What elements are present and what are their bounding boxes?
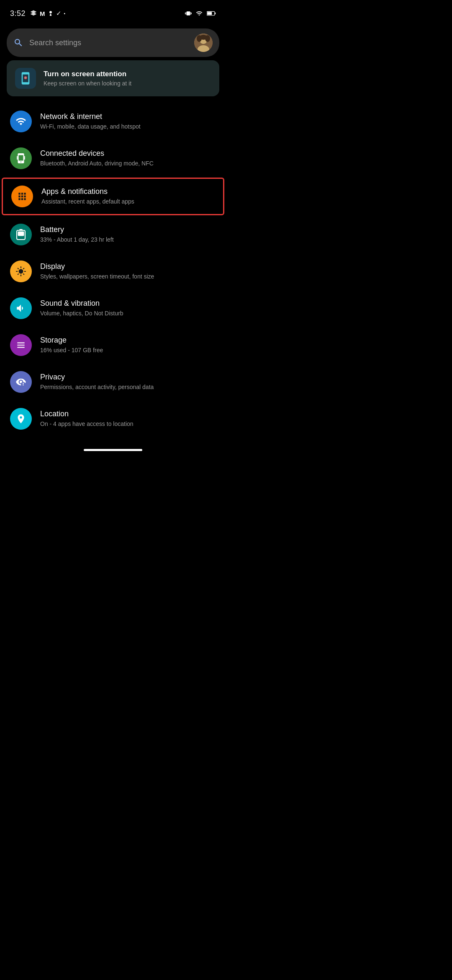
sound-icon-circle <box>10 297 32 319</box>
battery-icon-circle <box>10 224 32 245</box>
apps-notifications-icon-circle <box>11 186 33 207</box>
settings-item-connected-devices[interactable]: Connected devices Bluetooth, Android Aut… <box>0 140 226 177</box>
check-icon: ✓ <box>56 10 62 17</box>
suggestion-text: Turn on screen attention Keep screen on … <box>44 70 131 87</box>
storage-icon-circle <box>10 334 32 356</box>
suggestion-subtitle: Keep screen on when looking at it <box>44 80 131 87</box>
settings-item-network[interactable]: Network & internet Wi-Fi, mobile, data u… <box>0 103 226 140</box>
battery-subtitle: 33% - About 1 day, 23 hr left <box>40 236 216 243</box>
wifi-icon <box>195 10 203 17</box>
battery-title: Battery <box>40 225 216 234</box>
connected-devices-subtitle: Bluetooth, Android Auto, driving mode, N… <box>40 160 216 167</box>
battery-icon <box>207 10 216 16</box>
gmail-icon: M <box>40 10 45 17</box>
svg-rect-11 <box>17 156 18 160</box>
settings-item-display[interactable]: Display Styles, wallpapers, screen timeo… <box>0 253 226 290</box>
network-text: Network & internet Wi-Fi, mobile, data u… <box>40 112 216 130</box>
location-text: Location On - 4 apps have access to loca… <box>40 410 216 428</box>
avatar[interactable] <box>194 34 213 52</box>
svg-rect-15 <box>18 232 24 236</box>
sound-text: Sound & vibration Volume, haptics, Do No… <box>40 299 216 317</box>
svg-rect-2 <box>207 12 212 15</box>
location-subtitle: On - 4 apps have access to location <box>40 420 216 428</box>
display-icon-circle <box>10 260 32 282</box>
display-text: Display Styles, wallpapers, screen timeo… <box>40 262 216 280</box>
storage-title: Storage <box>40 336 216 345</box>
settings-item-sound[interactable]: Sound & vibration Volume, haptics, Do No… <box>0 290 226 327</box>
svg-point-8 <box>200 35 207 40</box>
location-icon-circle <box>10 408 32 430</box>
sound-subtitle: Volume, haptics, Do Not Disturb <box>40 309 216 317</box>
notification-icon-1 <box>48 10 54 17</box>
storage-text: Storage 16% used - 107 GB free <box>40 336 216 354</box>
privacy-title: Privacy <box>40 373 216 382</box>
privacy-text: Privacy Permissions, account activity, p… <box>40 373 216 391</box>
apps-notifications-subtitle: Assistant, recent apps, default apps <box>41 198 215 205</box>
sound-title: Sound & vibration <box>40 299 216 308</box>
connected-devices-icon-circle <box>10 147 32 169</box>
drive-icon <box>30 10 37 17</box>
settings-list: Network & internet Wi-Fi, mobile, data u… <box>0 101 226 439</box>
status-right-icons <box>185 10 216 17</box>
vibrate-icon <box>185 10 192 17</box>
network-title: Network & internet <box>40 112 216 121</box>
settings-item-apps-notifications[interactable]: Apps & notifications Assistant, recent a… <box>2 178 224 215</box>
svg-rect-12 <box>24 156 25 160</box>
settings-item-battery[interactable]: Battery 33% - About 1 day, 23 hr left <box>0 216 226 253</box>
avatar-image <box>194 34 213 52</box>
apps-notifications-title: Apps & notifications <box>41 187 215 196</box>
search-icon <box>13 38 23 48</box>
privacy-subtitle: Permissions, account activity, personal … <box>40 383 216 391</box>
status-left: 3:52 M ✓ • <box>10 9 65 18</box>
search-bar[interactable]: Search settings <box>7 28 219 57</box>
location-title: Location <box>40 410 216 418</box>
network-icon-circle <box>10 111 32 132</box>
settings-item-privacy[interactable]: Privacy Permissions, account activity, p… <box>0 364 226 400</box>
settings-item-location[interactable]: Location On - 4 apps have access to loca… <box>0 400 226 437</box>
network-subtitle: Wi-Fi, mobile, data usage, and hotspot <box>40 123 216 130</box>
nav-bar <box>0 442 226 459</box>
display-title: Display <box>40 262 216 271</box>
suggestion-card[interactable]: Turn on screen attention Keep screen on … <box>7 60 219 96</box>
screen-attention-icon <box>15 68 36 89</box>
home-indicator[interactable] <box>84 449 142 451</box>
status-time: 3:52 <box>10 9 26 18</box>
suggestion-title: Turn on screen attention <box>44 70 131 78</box>
connected-devices-title: Connected devices <box>40 149 216 158</box>
status-bar: 3:52 M ✓ • <box>0 0 226 23</box>
svg-point-10 <box>25 77 26 78</box>
settings-item-storage[interactable]: Storage 16% used - 107 GB free <box>0 327 226 364</box>
apps-notifications-text: Apps & notifications Assistant, recent a… <box>41 187 215 205</box>
privacy-icon-circle <box>10 371 32 393</box>
status-notification-icons: M ✓ • <box>30 10 65 17</box>
storage-subtitle: 16% used - 107 GB free <box>40 346 216 354</box>
search-placeholder: Search settings <box>29 39 188 47</box>
display-subtitle: Styles, wallpapers, screen timeout, font… <box>40 273 216 280</box>
battery-text: Battery 33% - About 1 day, 23 hr left <box>40 225 216 243</box>
svg-point-17 <box>23 384 23 384</box>
connected-devices-text: Connected devices Bluetooth, Android Aut… <box>40 149 216 167</box>
dot-icon: • <box>64 11 66 16</box>
svg-rect-1 <box>215 13 216 15</box>
